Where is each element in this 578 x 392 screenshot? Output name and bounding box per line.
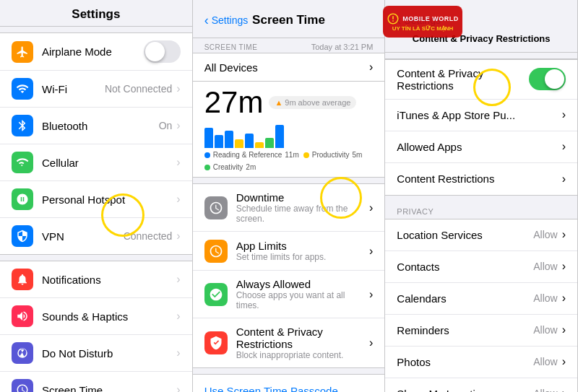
always-allowed-icon [204,283,228,306]
bluetooth-row[interactable]: Bluetooth On › [0,108,192,144]
app-limits-icon [204,240,228,263]
screentime-back-btn[interactable]: ‹ Settings [204,13,249,28]
screentime-icon [12,379,33,392]
cellular-icon-wrap [12,152,33,173]
cp-main-toggle-row[interactable]: Content & Privacy Restrictions [385,59,577,100]
airplane-label: Airplane Mode [42,45,144,58]
sounds-label: Sounds & Haptics [42,310,176,323]
wifi-chevron: › [176,82,180,95]
settings-group-network: Airplane Mode Wi-Fi Not Connected › [0,32,192,255]
device-label: All Devices [204,61,369,74]
passcode-title: Use Screen Time Passcode [204,385,374,392]
hotspot-label: Personal Hotspot [42,193,176,206]
dnd-row[interactable]: Do Not Disturb › [0,335,192,372]
app-limits-row[interactable]: App Limits Set time limits for apps. › [193,232,385,271]
always-allowed-row[interactable]: Always Allowed Choose apps you want at a… [193,271,385,318]
reminders-row[interactable]: Reminders Allow › [385,315,577,347]
bar-7 [265,138,274,148]
location-services-row[interactable]: Location Services Allow › [385,219,577,251]
notifications-row[interactable]: Notifications › [0,261,192,298]
hotspot-chevron: › [176,193,180,206]
content-privacy-icon [204,331,228,354]
vpn-row[interactable]: VPN Connected › [0,218,192,254]
hotspot-row[interactable]: Personal Hotspot › [0,181,192,218]
legend-dot-creativity [204,165,210,170]
reminders-label: Reminders [397,324,533,336]
legend-creativity: Creativity 2m [204,163,256,171]
legend-productivity: Productivity 5m [303,151,363,159]
legend-dot-prod [303,152,309,158]
legend-prod-amount: 5m [352,151,362,159]
settings-group-system: Notifications › Sounds & Haptics › Do No… [0,261,192,392]
device-selector-row[interactable]: All Devices › [193,53,385,82]
privacy-group: Location Services Allow › Contacts Allow… [385,219,577,392]
cellular-chevron: › [176,156,180,169]
itunes-label: iTunes & App Store Pu... [397,109,561,121]
itunes-chevron: › [562,108,566,121]
watermark-line1: MOBILE WORLD [402,15,459,22]
contacts-chevron: › [562,260,566,273]
share-location-chevron: › [562,387,566,392]
airplane-toggle-knob [145,42,165,61]
watermark: MOBILE WORLD UY TÍN LÀ SỨC MẠNH [383,6,462,38]
legend-reading: Reading & Reference 11m [204,151,299,159]
screentime-row[interactable]: Screen Time › [0,372,192,392]
vpn-label: VPN [42,230,124,243]
downtime-row[interactable]: Downtime Schedule time away from the scr… [193,184,385,232]
content-restrictions-row[interactable]: Content Restrictions › [385,163,577,195]
avg-badge: ▲ 9m above average [269,96,356,109]
st-label: SCREEN TIME [204,43,258,51]
app-limits-text: App Limits Set time limits for apps. [236,240,369,262]
cp-top-group: Content & Privacy Restrictions iTunes & … [385,58,577,196]
vpn-chevron: › [176,230,180,243]
calendars-value: Allow [533,292,557,304]
cellular-row[interactable]: Cellular › [0,144,192,181]
screentime-content: SCREEN TIME Today at 3:21 PM All Devices… [193,38,385,392]
st-menu-group: Downtime Schedule time away from the scr… [193,183,385,368]
legend-reading-label: Reading & Reference [213,151,282,159]
itunes-row[interactable]: iTunes & App Store Pu... › [385,100,577,131]
contacts-row[interactable]: Contacts Allow › [385,251,577,283]
cp-main-toggle[interactable] [529,68,566,90]
calendars-chevron: › [562,292,566,305]
app-limits-title: App Limits [236,240,369,252]
hotspot-icon-wrap [12,188,33,210]
airplane-toggle[interactable] [144,40,181,63]
dnd-chevron: › [176,347,180,360]
downtime-sub: Schedule time away from the screen. [236,204,369,224]
allowed-apps-chevron: › [562,140,566,153]
dnd-icon [12,342,33,364]
device-chevron: › [369,61,373,74]
content-privacy-row[interactable]: Content & Privacy Restrictions Block ina… [193,318,385,367]
always-allowed-chevron: › [369,288,373,301]
time-display-block: 27m ▲ 9m above average [193,82,385,178]
content-privacy-chevron: › [369,336,373,349]
wifi-value: Not Connected [105,83,172,95]
share-location-row[interactable]: Share My Location Allow › [385,378,577,392]
content-restrictions-label: Content Restrictions [397,173,561,185]
passcode-section[interactable]: Use Screen Time Passcode Use a passcode … [193,374,385,392]
bluetooth-chevron: › [176,119,180,132]
allowed-apps-row[interactable]: Allowed Apps › [385,131,577,163]
app-limits-sub: Set time limits for apps. [236,252,369,262]
downtime-text: Downtime Schedule time away from the scr… [236,191,369,224]
bluetooth-value: On [159,120,173,131]
bar-legend: Reading & Reference 11m Productivity 5m … [204,148,374,171]
calendars-row[interactable]: Calendars Allow › [385,283,577,315]
photos-row[interactable]: Photos Allow › [385,347,577,378]
location-chevron: › [562,228,566,241]
cellular-label: Cellular [42,157,176,169]
sounds-chevron: › [176,310,180,323]
downtime-title: Downtime [236,191,369,204]
location-services-label: Location Services [397,229,533,241]
back-chevron-icon: ‹ [204,13,209,28]
bar-4 [235,139,243,148]
screentime-back-label: Settings [212,14,249,26]
sounds-row[interactable]: Sounds & Haptics › [0,298,192,335]
content-restrictions-chevron: › [562,173,566,186]
downtime-icon [204,196,228,219]
reminders-value: Allow [533,324,557,336]
watermark-line2: UY TÍN LÀ SỨC MẠNH [392,25,454,32]
wifi-row[interactable]: Wi-Fi Not Connected › [0,71,192,108]
airplane-mode-row[interactable]: Airplane Mode [0,33,192,71]
